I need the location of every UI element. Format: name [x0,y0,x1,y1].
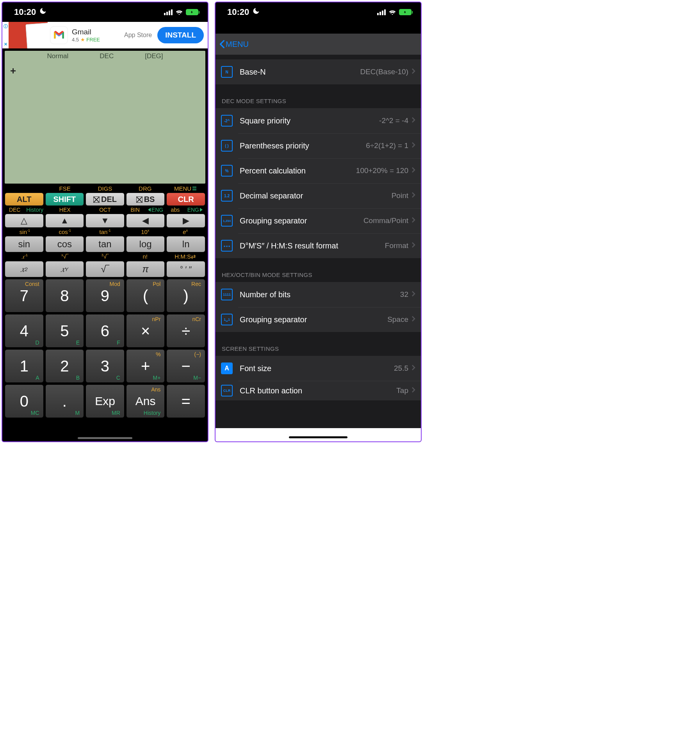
key-plus[interactable]: +%M+ [126,349,165,383]
row-square-priority[interactable]: -2^ Square priority -2^2 = -4 [216,108,421,133]
del-key[interactable]: DEL [85,193,125,206]
row-grouping-sep[interactable]: 1,234 Grouping separator Comma/Point [216,208,421,233]
cos-key[interactable]: cos [45,236,84,252]
tan-key[interactable]: tan [85,236,125,252]
back-button[interactable]: MENU [219,40,249,49]
key-ans[interactable]: AnsAnsHistory [126,384,165,418]
dms-key[interactable]: ° ′ ′′ [166,261,205,277]
ad-banner[interactable]: ⓘ✕ Gmail 4.5 ★ FREE App Store INSTALL [2,22,208,48]
bits-icon: 1111 [221,289,233,300]
font-icon: A [221,362,233,374]
key-2[interactable]: 2B [45,349,84,383]
key-9[interactable]: 9Mod [85,279,125,312]
home-indicator[interactable] [289,436,347,438]
row-paren-priority[interactable]: ( ) Parentheses priority 6÷2(1+2) = 1 [216,133,421,158]
ad-text: Gmail 4.5 ★ FREE [72,28,100,43]
key-5[interactable]: 5E [45,314,84,348]
wifi-icon [175,8,183,16]
key-8[interactable]: 8 [45,279,84,312]
calculator-screen: 10:20 ⓘ✕ Gmail 4.5 ★ FREE App Store INST… [2,2,208,442]
mode-normal: Normal [47,52,69,60]
cell-signal-icon [164,9,173,15]
row-font-size[interactable]: A Font size 25.5 [216,356,421,381]
chevron-right-icon [411,117,415,125]
status-time: 10:20 [227,7,249,17]
sin-key[interactable]: sin [5,236,44,252]
pi-key[interactable]: π [126,261,165,277]
key-1[interactable]: 1A [5,349,44,383]
decimal-icon: 1.2 [221,190,233,202]
key-divide[interactable]: ÷nCr [166,314,205,348]
dms-icon: ∘∘∘ [221,240,233,252]
chevron-right-icon [411,364,415,372]
home-arrow-key[interactable]: △ [5,214,44,228]
row-clr-action[interactable]: CLR CLR button action Tap [216,381,421,400]
row-decimal-sep[interactable]: 1.2 Decimal separator Point [216,183,421,208]
row-hex-grouping[interactable]: 1␣1 Grouping separator Space [216,307,421,332]
key-dot[interactable]: .M [45,384,84,418]
home-indicator[interactable] [78,437,132,439]
chevron-right-icon [411,68,415,76]
section-hex: HEX/OCT/BIN MODE SETTINGS [216,258,421,282]
battery-charging-icon [399,9,411,15]
status-bar: 10:20 [2,2,208,22]
shift-key[interactable]: SHIFT [45,193,84,206]
row-dms-format[interactable]: ∘∘∘ D°M′S″ / H:M:S result format Format [216,233,421,258]
key-3[interactable]: 3C [85,349,125,383]
gmail-icon [50,26,68,44]
left-arrow-key[interactable]: ◀ [126,214,165,228]
row-base-n[interactable]: N Base-N DEC(Base-10) [216,59,421,84]
key-equals[interactable]: = [166,384,205,418]
grouping-icon: 1,234 [221,215,233,227]
chevron-right-icon [411,192,415,200]
percent-icon: % [221,165,233,177]
clr-key[interactable]: CLR [166,193,205,206]
moon-icon [39,7,47,17]
key-multiply[interactable]: ×nPr [126,314,165,348]
key-0[interactable]: 0MC [5,384,44,418]
nav-header: MENU [216,34,421,55]
key-7[interactable]: 7Const [5,279,44,312]
hex-group-icon: 1␣1 [221,314,233,325]
xy-key[interactable]: 𝑥Y [45,261,84,277]
section-screen: SCREEN SETTINGS [216,332,421,356]
ad-info-icon[interactable]: ⓘ✕ [2,22,9,48]
neg2-icon: -2^ [221,115,233,127]
ln-key[interactable]: ln [166,236,205,252]
chevron-right-icon [411,167,415,175]
alt-key[interactable]: ALT [5,193,44,206]
ad-store-label: App Store [124,32,152,39]
key-4[interactable]: 4D [5,314,44,348]
down-arrow-key[interactable]: ▼ [85,214,125,228]
calc-display[interactable]: Normal DEC [DEG] + [5,51,205,184]
key-exp[interactable]: ExpMR [85,384,125,418]
n-icon: N [221,66,233,78]
status-bar: 10:20 [216,2,421,22]
menu-icon [192,187,196,190]
chevron-right-icon [411,142,415,150]
chevron-right-icon [411,242,415,250]
cell-signal-icon [377,9,386,15]
footer [216,428,421,441]
ad-creative [9,22,48,48]
display-entry: + [10,65,16,77]
install-button[interactable]: INSTALL [157,27,204,43]
row-num-bits[interactable]: 1111 Number of bits 32 [216,282,421,307]
key-paren-close[interactable]: )Rec [166,279,205,312]
key-6[interactable]: 6F [85,314,125,348]
section-dec: DEC MODE SETTINGS [216,84,421,108]
xsq-key[interactable]: 𝑥2 [5,261,44,277]
up-arrow-key[interactable]: ▲ [45,214,84,228]
log-key[interactable]: log [126,236,165,252]
battery-charging-icon [186,9,198,15]
clr-icon: CLR [221,385,233,396]
bs-key[interactable]: BS [126,193,165,206]
right-arrow-key[interactable]: ▶ [166,214,205,228]
key-paren-open[interactable]: (Pol [126,279,165,312]
wifi-icon [388,8,397,16]
row-percent[interactable]: % Percent calculation 100+20% = 120 [216,158,421,183]
status-time: 10:20 [14,7,36,17]
chevron-right-icon [411,217,415,225]
sqrt-key[interactable]: √‾ [85,261,125,277]
key-minus[interactable]: −(−)M− [166,349,205,383]
